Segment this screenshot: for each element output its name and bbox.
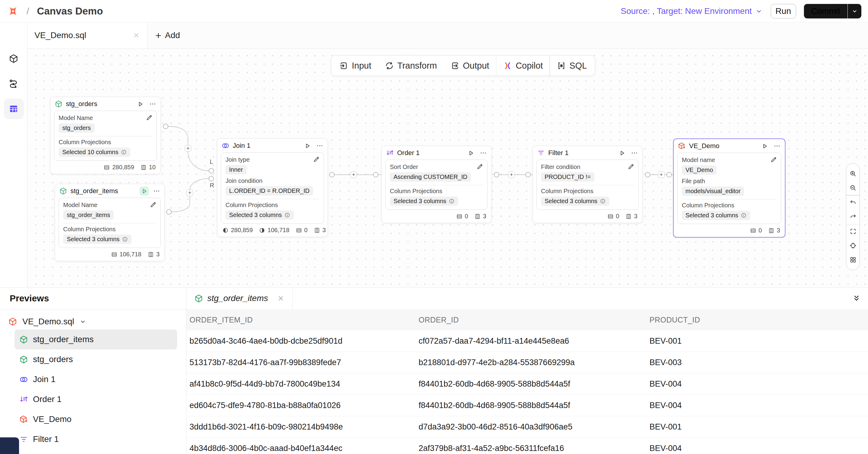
chevron-down-icon[interactable] — [79, 318, 87, 325]
tree-item-order-1[interactable]: Order 1 — [14, 389, 177, 409]
add-step-on-edge-button[interactable]: + — [658, 171, 664, 178]
commit-button[interactable]: Commit — [804, 4, 847, 19]
run-node-button[interactable] — [760, 142, 769, 151]
node-ve-demo[interactable]: VE_Demo Model name VE_Demo File path mod… — [673, 139, 785, 238]
minimap-button[interactable] — [846, 253, 860, 267]
input-tool-button[interactable]: Input — [333, 56, 378, 75]
commit-dropdown-button[interactable] — [847, 4, 861, 19]
chip-text: Selected 3 columns — [229, 212, 282, 218]
node-stg-order-items[interactable]: stg_order_items Model Name stg_order_ite… — [55, 184, 165, 261]
output-port[interactable] — [494, 172, 499, 177]
model-name-chip[interactable]: stg_order_items — [63, 210, 114, 220]
projections-chip[interactable]: Selected 3 columns — [225, 210, 294, 220]
projections-chip[interactable]: Selected 3 columns — [541, 196, 609, 206]
columns-icon — [314, 227, 320, 234]
output-port[interactable] — [329, 172, 335, 177]
edit-pencil-icon[interactable] — [313, 156, 320, 163]
canvas-view-controls — [846, 163, 860, 270]
run-button[interactable]: Run — [771, 4, 796, 19]
filter-condition-chip[interactable]: PRODUCT_ID != — [541, 172, 594, 182]
run-node-button[interactable] — [140, 186, 149, 195]
run-node-button[interactable] — [617, 148, 626, 157]
projections-chip[interactable]: Selected 3 columns — [682, 211, 750, 220]
close-tab-icon[interactable] — [277, 295, 284, 302]
node-header: Join 1 — [217, 139, 328, 152]
node-menu-button[interactable] — [773, 142, 781, 150]
preview-tab-stg-order-items[interactable]: stg_order_items — [186, 287, 292, 309]
rail-lineage-button[interactable] — [9, 79, 19, 89]
column-header: ORDER_ID — [418, 315, 650, 324]
zoom-in-button[interactable] — [846, 167, 860, 181]
zoom-out-button[interactable] — [846, 181, 860, 195]
table-row: 3ddd1b6d-3021-4f16-b09c-980214b9498e d7d… — [186, 416, 868, 438]
fullscreen-button[interactable] — [846, 224, 860, 239]
copilot-tool-button[interactable]: Copilot — [496, 56, 550, 75]
model-name-chip[interactable]: stg_orders — [59, 123, 95, 133]
output-port[interactable] — [166, 209, 172, 215]
edit-pencil-icon[interactable] — [770, 156, 777, 163]
rail-models-button[interactable] — [9, 54, 19, 63]
output-port[interactable] — [163, 124, 168, 129]
node-menu-button[interactable] — [153, 187, 160, 195]
grid-icon — [849, 256, 857, 264]
run-node-button[interactable] — [136, 99, 145, 109]
join-type-chip[interactable]: Inner — [225, 165, 247, 174]
sql-tool-button[interactable]: SQL — [550, 56, 594, 75]
transform-tool-button[interactable]: Transform — [378, 56, 444, 75]
sort-order-chip[interactable]: Ascending CUSTOMER_ID — [390, 172, 471, 182]
table-row: b265d0a4-3c46-4ae4-b0db-dcbe25df901d cf0… — [186, 330, 868, 352]
edit-pencil-icon[interactable] — [150, 201, 157, 208]
node-menu-button[interactable] — [316, 142, 323, 149]
join-left-input-port[interactable] — [209, 168, 214, 174]
node-stg-orders[interactable]: stg_orders Model Name stg_orders Column … — [50, 97, 161, 174]
tree-item-ve-demo[interactable]: VE_Demo — [14, 409, 177, 429]
input-port[interactable] — [525, 172, 531, 177]
file-path-chip[interactable]: models/visual_editor — [682, 186, 744, 196]
projections-chip[interactable]: Selected 3 columns — [63, 235, 131, 244]
node-menu-button[interactable] — [479, 149, 487, 157]
edit-pencil-icon[interactable] — [146, 114, 153, 121]
projections-chip[interactable]: Selected 10 columns — [59, 148, 130, 157]
join-condition-chip[interactable]: L.ORDER_ID = R.ORDER_ID — [225, 186, 313, 195]
node-order-1[interactable]: Order 1 Sort Order Ascending CUSTOMER_ID… — [381, 146, 491, 223]
collapse-panel-button[interactable] — [852, 294, 861, 303]
edit-pencil-icon[interactable] — [476, 163, 484, 170]
run-node-button[interactable] — [466, 148, 475, 157]
node-join-1[interactable]: Join 1 Join type Inner Join condition L.… — [217, 139, 328, 237]
rail-preview-table-button[interactable] — [8, 104, 19, 114]
run-node-button[interactable] — [303, 141, 312, 150]
edit-pencil-icon[interactable] — [627, 163, 635, 170]
model-name-chip[interactable]: VE_Demo — [682, 165, 717, 175]
chip-text: stg_orders — [62, 124, 91, 131]
undo-button[interactable] — [846, 195, 860, 210]
join-right-input-port[interactable] — [209, 176, 214, 181]
tree-root-ve-demo-sql[interactable]: VE_Demo.sql — [0, 314, 186, 330]
projections-chip[interactable]: Selected 3 columns — [390, 196, 458, 206]
output-tool-button[interactable]: Output — [444, 56, 496, 75]
add-step-on-edge-button[interactable]: + — [185, 145, 191, 152]
output-port[interactable] — [645, 172, 650, 177]
plus-icon: + — [155, 30, 161, 40]
environment-selector[interactable]: Source: , Target: New Environment — [621, 6, 763, 16]
input-port[interactable] — [666, 172, 672, 177]
fit-view-button[interactable] — [846, 239, 860, 253]
tree-item-join-1[interactable]: Join 1 — [14, 369, 177, 389]
add-step-on-edge-button[interactable]: + — [186, 189, 193, 196]
tree-item-filter-1[interactable]: Filter 1 — [14, 429, 177, 449]
node-menu-button[interactable] — [149, 100, 156, 108]
previews-header: Previews — [0, 287, 186, 309]
input-port[interactable] — [373, 172, 378, 177]
add-step-on-edge-button[interactable]: + — [508, 171, 515, 178]
close-tab-icon[interactable] — [133, 32, 140, 39]
tree-item-stg-order-items[interactable]: stg_order_items — [14, 330, 177, 350]
file-tab-active[interactable]: VE_Demo.sql — [27, 22, 148, 48]
add-step-on-edge-button[interactable]: + — [350, 171, 357, 178]
add-tab-button[interactable]: + Add — [155, 30, 180, 40]
cell-product-id: BEV-003 — [650, 358, 868, 367]
output-model-cube-icon — [678, 142, 686, 150]
redo-button[interactable] — [846, 210, 860, 224]
node-menu-button[interactable] — [631, 149, 638, 157]
tree-item-stg-orders[interactable]: stg_orders — [14, 350, 177, 369]
field-label: Column Projections — [390, 188, 483, 195]
node-filter-1[interactable]: Filter 1 Filter condition PRODUCT_ID != … — [532, 146, 643, 223]
